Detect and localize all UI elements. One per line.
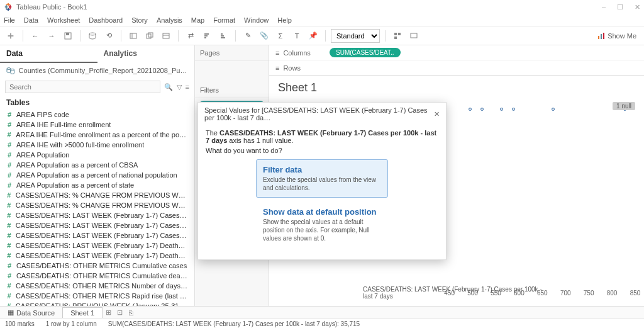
dialog-message: The CASES/DEATHS: LAST WEEK (February 1-… — [206, 129, 438, 144]
sort-desc-button[interactable] — [216, 29, 230, 43]
search-input[interactable] — [5, 81, 160, 93]
forward-button[interactable]: → — [45, 29, 58, 43]
menu-bar: File Data Worksheet Dashboard Story Anal… — [0, 14, 644, 26]
columns-shelf[interactable]: ≡Columns SUM(CASES/DEAT.. — [269, 45, 644, 60]
field-item[interactable]: #AREA IHE Full-time enrollment as a perc… — [0, 130, 194, 140]
totals-button[interactable]: Σ — [274, 29, 287, 43]
menu-format[interactable]: Format — [213, 16, 235, 24]
back-button[interactable]: ← — [28, 29, 42, 43]
sheet-title[interactable]: Sheet 1 — [269, 76, 644, 99]
clear-button[interactable] — [159, 29, 173, 43]
field-item[interactable]: #CASES/DEATHS: LAST WEEK (February 1-7) … — [0, 230, 194, 240]
sort-asc-button[interactable] — [200, 29, 214, 43]
new-data-button[interactable] — [86, 29, 99, 43]
pin-button[interactable]: 📌 — [306, 29, 320, 43]
svg-rect-17 — [163, 33, 169, 38]
option-filter-data[interactable]: Filter data Exclude the special values f… — [256, 159, 388, 198]
field-item[interactable]: #CASES/DEATHS: OTHER METRICS Cumulative … — [0, 261, 194, 271]
tableau-logo-icon — [4, 3, 13, 11]
field-item[interactable]: #CASES/DEATHS: LAST WEEK (February 1-7) … — [0, 251, 194, 261]
presentation-button[interactable] — [407, 29, 421, 43]
menu-story[interactable]: Story — [131, 16, 148, 24]
columns-pill[interactable]: SUM(CASES/DEAT.. — [330, 48, 401, 57]
pages-shelf[interactable] — [195, 61, 269, 82]
null-indicator[interactable]: 1 null — [613, 102, 635, 110]
filter-fields-icon[interactable]: ▽ — [177, 83, 182, 91]
search-icon[interactable]: 🔍 — [164, 83, 173, 91]
tableau-icon[interactable] — [4, 29, 18, 43]
dialog-title: Special Values for [CASES/DEATHS: LAST W… — [204, 106, 434, 122]
new-worksheet-tab-icon[interactable]: ⊞ — [103, 308, 114, 317]
show-me-button[interactable]: Show Me — [594, 29, 640, 43]
measure-icon: # — [6, 191, 12, 199]
cards-button[interactable] — [391, 29, 404, 43]
menu-file[interactable]: File — [4, 16, 15, 24]
field-item[interactable]: #AREA IHE with >5000 full-time enrollmen… — [0, 140, 194, 150]
tab-analytics[interactable]: Analytics — [97, 45, 195, 63]
field-item[interactable]: #CASES/DEATHS: OTHER METRICS Cumulative … — [0, 271, 194, 281]
field-item[interactable]: #CASES/DEATHS: % CHANGE FROM PREVIOUS WE… — [0, 190, 194, 200]
close-icon[interactable]: ✕ — [635, 3, 640, 11]
option-show-default[interactable]: Show data at default position Show the s… — [256, 201, 388, 248]
field-item[interactable]: #CASES/DEATHS: % CHANGE FROM PREVIOUS WE… — [0, 200, 194, 210]
field-item[interactable]: #CASES/DEATHS: LAST WEEK (February 1-7) … — [0, 220, 194, 230]
field-item[interactable]: #CASES/DEATHS: PREVIOUS WEEK (January 25… — [0, 301, 194, 306]
new-dashboard-tab-icon[interactable]: ⊡ — [114, 308, 125, 317]
svg-rect-19 — [204, 37, 206, 38]
menu-help[interactable]: Help — [277, 16, 292, 24]
maximize-icon[interactable]: ☐ — [617, 3, 623, 11]
data-pane: Data Analytics Counties (Community_Profi… — [0, 45, 195, 306]
svg-rect-20 — [204, 35, 208, 37]
field-list: #AREA FIPS code#AREA IHE Full-time enrol… — [0, 110, 194, 306]
field-item[interactable]: #CASES/DEATHS: OTHER METRICS Rapid rise … — [0, 291, 194, 301]
data-mark[interactable] — [552, 108, 555, 111]
menu-dashboard[interactable]: Dashboard — [89, 16, 123, 24]
field-item[interactable]: #CASES/DEATHS: LAST WEEK (February 1-7) … — [0, 210, 194, 220]
svg-rect-11 — [66, 33, 69, 35]
field-item[interactable]: #AREA Population as a percent of state — [0, 180, 194, 190]
data-mark[interactable] — [512, 108, 515, 111]
swap-button[interactable]: ⇄ — [184, 29, 197, 43]
field-item[interactable]: #AREA IHE Full-time enrollment — [0, 120, 194, 130]
new-story-tab-icon[interactable]: ⎘ — [125, 309, 136, 317]
measure-icon: # — [6, 302, 12, 306]
field-item[interactable]: #CASES/DEATHS: OTHER METRICS Number of d… — [0, 281, 194, 291]
fit-select[interactable]: Standard — [331, 29, 380, 43]
menu-window[interactable]: Window — [244, 16, 269, 24]
rows-shelf[interactable]: ≡Rows — [269, 60, 644, 76]
menu-analysis[interactable]: Analysis — [157, 16, 182, 24]
measure-icon: # — [6, 181, 13, 189]
label-button[interactable]: T — [290, 29, 304, 43]
new-worksheet-button[interactable] — [126, 29, 140, 43]
svg-rect-25 — [394, 33, 397, 35]
menu-map[interactable]: Map — [191, 16, 204, 24]
field-item[interactable]: #AREA FIPS code — [0, 110, 194, 120]
datasource-row[interactable]: Counties (Community_Profile_Report_20210… — [0, 63, 194, 78]
field-item[interactable]: #CASES/DEATHS: LAST WEEK (February 1-7) … — [0, 240, 194, 251]
measure-icon: # — [6, 282, 12, 290]
field-item[interactable]: #AREA Population as a percent of CBSA — [0, 160, 194, 170]
field-item[interactable]: #AREA Population as a percent of nationa… — [0, 170, 194, 180]
save-button[interactable] — [61, 29, 75, 43]
data-mark[interactable] — [480, 108, 484, 111]
menu-worksheet[interactable]: Worksheet — [47, 16, 80, 24]
tab-sheet1[interactable]: Sheet 1 — [62, 307, 103, 318]
data-mark[interactable] — [469, 108, 472, 111]
highlight-button[interactable]: ✎ — [241, 29, 255, 43]
toolbar: ← → ⟲ ⇄ ✎ 📎 Σ T 📌 Standard Show Me — [0, 26, 644, 45]
measure-icon: # — [6, 111, 13, 118]
menu-data[interactable]: Data — [24, 16, 38, 24]
field-item[interactable]: #AREA Population — [0, 150, 194, 160]
measure-icon: # — [6, 171, 13, 179]
tab-data[interactable]: Data — [0, 45, 97, 63]
refresh-button[interactable]: ⟲ — [102, 29, 116, 43]
datasource-tab-icon: ▦ — [8, 308, 14, 317]
dialog-close-icon[interactable]: ✕ — [434, 110, 440, 118]
duplicate-button[interactable] — [143, 29, 157, 43]
tab-data-source[interactable]: ▦Data Source — [0, 307, 62, 318]
svg-rect-13 — [130, 33, 136, 38]
minimize-icon[interactable]: – — [602, 3, 606, 11]
data-mark[interactable] — [500, 108, 503, 111]
group-button[interactable]: 📎 — [257, 29, 271, 43]
fields-menu-icon[interactable]: ≡ — [186, 83, 189, 91]
